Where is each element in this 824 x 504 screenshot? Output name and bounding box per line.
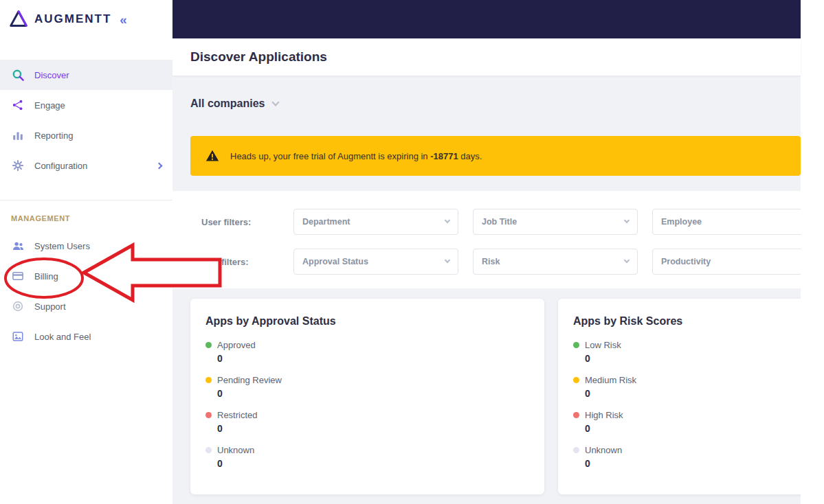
legend-dot <box>205 412 212 418</box>
banner-text: Heads up, your free trial of Augmentt is… <box>230 151 482 161</box>
chevron-right-icon <box>156 162 163 169</box>
legend-dot <box>205 342 212 348</box>
legend-item-restricted: Restricted 0 <box>205 410 529 434</box>
sidebar-item-configuration[interactable]: Configuration <box>0 150 172 181</box>
look-and-feel-icon <box>11 330 25 343</box>
users-icon <box>11 239 25 253</box>
card-title: Apps by Risk Scores <box>573 315 801 328</box>
sidebar-item-system-users[interactable]: System Users <box>0 231 172 261</box>
risk-dropdown[interactable]: Risk <box>473 249 638 275</box>
legend-dot <box>205 447 212 453</box>
gear-icon <box>11 159 25 172</box>
trial-days-remaining: -18771 <box>430 151 458 161</box>
user-filters-label: User filters: <box>201 217 251 227</box>
app-filters-label: App filters: <box>201 257 249 267</box>
chevron-down-icon <box>272 98 280 106</box>
sidebar-item-label: Billing <box>34 271 58 282</box>
legend-item-approved: Approved 0 <box>205 340 529 364</box>
user-filters-row: User filters: Department Job Title Emplo… <box>172 209 801 235</box>
legend-value: 0 <box>585 458 801 469</box>
legend-label: Restricted <box>217 410 258 420</box>
legend-dot <box>573 412 579 418</box>
augmentt-logo-icon <box>8 9 29 30</box>
company-selector[interactable]: All companies <box>190 98 278 110</box>
legend-item-pending-review: Pending Review 0 <box>205 375 529 399</box>
primary-nav: Discover Engage Reporting <box>0 60 172 181</box>
sidebar-item-reporting[interactable]: Reporting <box>0 120 172 150</box>
legend-value: 0 <box>585 388 801 399</box>
legend-dot <box>205 377 212 383</box>
app-filters-row: App filters: Approval Status Risk Produc… <box>172 249 801 275</box>
legend-value: 0 <box>585 353 801 364</box>
sidebar-item-support[interactable]: Support <box>0 291 172 321</box>
legend-label: Low Risk <box>585 340 621 350</box>
approval-status-dropdown[interactable]: Approval Status <box>293 249 458 275</box>
filters-panel: User filters: Department Job Title Emplo… <box>172 191 801 288</box>
risk-scores-card: Apps by Risk Scores Low Risk 0 Medium Ri… <box>558 299 801 494</box>
legend-dot <box>573 377 579 383</box>
management-section-label: MANAGEMENT <box>11 214 162 222</box>
legend-value: 0 <box>217 423 529 434</box>
job-title-dropdown[interactable]: Job Title <box>473 209 638 235</box>
approval-status-card: Apps by Approval Status Approved 0 Pendi… <box>190 299 544 494</box>
search-icon <box>11 68 25 82</box>
chevron-down-icon <box>624 257 630 263</box>
management-nav: System Users Billing Support <box>0 231 172 352</box>
company-selector-label: All companies <box>190 98 265 110</box>
warning-icon <box>205 149 219 163</box>
sidebar-item-label: Support <box>34 301 66 312</box>
trial-warning-banner: Heads up, your free trial of Augmentt is… <box>190 136 801 176</box>
legend-value: 0 <box>217 353 529 364</box>
sidebar-item-label: Discover <box>34 70 69 80</box>
legend-dot <box>573 342 579 348</box>
sidebar-item-look-and-feel[interactable]: Look and Feel <box>0 321 172 352</box>
employee-dropdown[interactable]: Employee <box>652 209 801 235</box>
network-icon <box>11 98 25 112</box>
sidebar-header: AUGMENTT « <box>0 0 172 38</box>
page-title: Discover Applications <box>190 49 327 65</box>
sidebar-collapse-button[interactable]: « <box>120 13 127 26</box>
chevron-down-icon <box>445 218 450 223</box>
support-icon <box>11 299 25 313</box>
legend-value: 0 <box>217 458 529 469</box>
page-header: Discover Applications <box>172 38 801 76</box>
legend-value: 0 <box>585 423 801 434</box>
sidebar-item-billing[interactable]: Billing <box>0 261 172 291</box>
productivity-dropdown[interactable]: Productivity <box>652 249 801 275</box>
legend-item-high-risk: High Risk 0 <box>573 410 801 434</box>
legend-label: Unknown <box>585 445 622 455</box>
legend-item-medium-risk: Medium Risk 0 <box>573 375 801 399</box>
legend-label: Medium Risk <box>585 375 636 385</box>
sidebar-item-discover[interactable]: Discover <box>0 60 172 90</box>
legend-value: 0 <box>217 388 529 399</box>
legend-dot <box>573 447 579 453</box>
sidebar-item-label: System Users <box>34 241 90 251</box>
main-content: All companies Heads up, your free trial … <box>172 76 801 504</box>
billing-icon <box>11 269 25 283</box>
legend-label: Pending Review <box>217 375 282 385</box>
top-navbar <box>172 0 801 38</box>
legend-label: Unknown <box>217 445 254 455</box>
sidebar-divider <box>0 200 172 201</box>
bar-chart-icon <box>11 128 25 142</box>
legend-item-unknown: Unknown 0 <box>573 445 801 469</box>
sidebar-item-label: Configuration <box>34 161 87 171</box>
legend-item-unknown: Unknown 0 <box>205 445 529 469</box>
brand-name: AUGMENTT <box>34 12 111 26</box>
sidebar: AUGMENTT « Discover Engage <box>0 0 172 504</box>
chevron-down-icon <box>624 218 630 223</box>
chevron-down-icon <box>445 257 450 263</box>
card-title: Apps by Approval Status <box>205 315 529 328</box>
department-dropdown[interactable]: Department <box>293 209 458 235</box>
sidebar-item-label: Look and Feel <box>34 332 91 342</box>
sidebar-item-label: Reporting <box>34 130 73 141</box>
sidebar-item-label: Engage <box>34 100 65 111</box>
legend-item-low-risk: Low Risk 0 <box>573 340 801 364</box>
sidebar-item-engage[interactable]: Engage <box>0 90 172 120</box>
legend-label: High Risk <box>585 410 623 420</box>
legend-label: Approved <box>217 340 256 350</box>
